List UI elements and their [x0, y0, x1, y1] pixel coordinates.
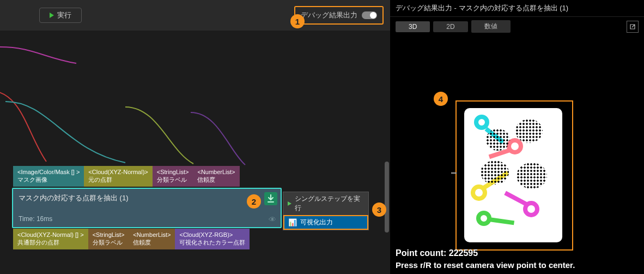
- node-time: Time: 16ms: [13, 215, 281, 227]
- callout-4: 4: [434, 92, 448, 106]
- debug-output-toggle[interactable]: デバッグ結果出力: [294, 6, 384, 25]
- node-input-ports: <Image/Color/Mask [] > マスク画像 <Cloud(XYZ-…: [13, 166, 240, 187]
- axis-tick-icon: [451, 172, 457, 174]
- point-cloud-preview: [464, 108, 562, 242]
- run-button[interactable]: 実行: [39, 8, 82, 23]
- output-port-common-cloud[interactable]: <Cloud(XYZ-Normal) [] > 共通部分の点群: [13, 229, 88, 249]
- play-icon: [50, 13, 54, 18]
- debug-toggle-label: デバッグ結果出力: [301, 10, 357, 20]
- callout-2: 2: [247, 194, 261, 209]
- point-count-label: Point count: 222595: [396, 248, 639, 258]
- graph-node-extract-cloud-in-mask[interactable]: マスク内の対応する点群を抽出 (1) Time: 16ms 👁: [12, 188, 282, 228]
- 3d-viewport[interactable]: 4: [390, 36, 644, 274]
- reset-hint: Press r/R to reset camera view point to …: [396, 260, 639, 270]
- panel-title: デバッグ結果出力 - マスク内の対応する点群を抽出 (1): [390, 0, 644, 17]
- node-output-ports: <Cloud(XYZ-Normal) [] > 共通部分の点群 <StringL…: [13, 229, 250, 249]
- input-port-source-cloud[interactable]: <Cloud(XYZ-Normal)> 元の点群: [84, 166, 152, 187]
- tab-numeric[interactable]: 数値: [471, 20, 511, 33]
- play-icon: [288, 201, 291, 206]
- debug-output-panel: デバッグ結果出力 - マスク内の対応する点群を抽出 (1) 3D 2D 数値 4: [390, 0, 644, 274]
- output-port-visualized-color-cloud[interactable]: <Cloud(XYZ-RGB)> 可視化されたカラー点群: [175, 229, 250, 249]
- run-button-label: 実行: [57, 10, 71, 20]
- chart-icon: 📊: [288, 218, 297, 227]
- node-canvas[interactable]: <Image/Color/Mask [] > マスク画像 <Cloud(XYZ-…: [0, 31, 390, 274]
- graph-editor[interactable]: 実行 デバッグ結果出力 <Image/Color/Mask [] > マスク画像: [0, 0, 390, 274]
- context-menu: シングルステップを実行 📊 可視化出力: [283, 192, 369, 230]
- ctx-item-single-step[interactable]: シングルステップを実行: [283, 192, 368, 215]
- callout-3: 3: [372, 202, 386, 217]
- node-title: マスク内の対応する点群を抽出 (1): [13, 189, 281, 205]
- tab-3d[interactable]: 3D: [396, 21, 430, 32]
- toggle-switch-icon[interactable]: [362, 11, 377, 19]
- tab-2d[interactable]: 2D: [433, 21, 467, 32]
- callout-1: 1: [290, 14, 305, 28]
- visualize-icon[interactable]: 👁: [269, 215, 276, 224]
- output-port-confidence[interactable]: <NumberList> 信頼度: [129, 229, 175, 249]
- popout-icon[interactable]: [627, 21, 639, 33]
- scrollbar-thumb[interactable]: [385, 162, 389, 233]
- output-port-class-labels[interactable]: <StringList> 分類ラベル: [88, 229, 129, 249]
- input-port-class-labels[interactable]: <StringList> 分類ラベル: [153, 166, 193, 187]
- ctx-item-visualize-output[interactable]: 📊 可視化出力: [283, 215, 368, 230]
- debug-indicator-icon[interactable]: [264, 192, 277, 205]
- view-tabs: 3D 2D 数値: [390, 17, 644, 36]
- input-port-confidence[interactable]: <NumberList> 信頼度: [193, 166, 239, 187]
- input-port-mask-image[interactable]: <Image/Color/Mask [] > マスク画像: [13, 166, 84, 187]
- toolbar: 実行 デバッグ結果出力: [0, 0, 390, 31]
